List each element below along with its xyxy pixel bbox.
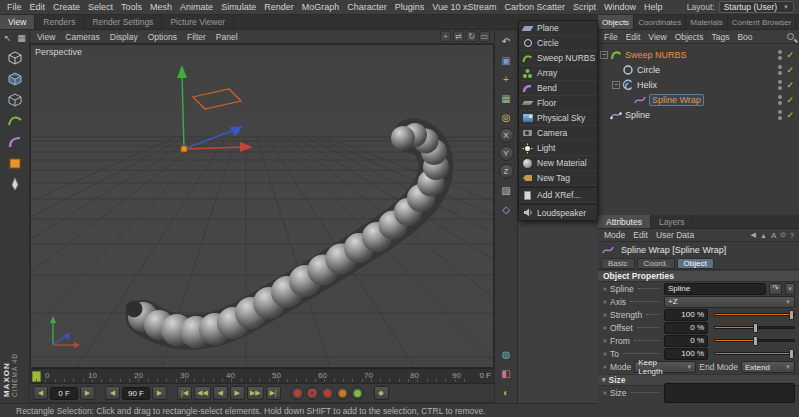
up-icon[interactable]: ▲ [760,232,767,239]
om-menu-view[interactable]: View [644,32,670,42]
menu-simulate[interactable]: Simulate [217,2,260,12]
menu-select[interactable]: Select [84,2,117,12]
offset-slider[interactable] [714,326,795,329]
om-menu-file[interactable]: File [600,32,622,42]
viewport-menu-panel[interactable]: Panel [211,32,243,42]
collapse-icon[interactable]: − [612,81,620,89]
tree-row-spline[interactable]: Spline ✓ [598,107,799,122]
texture-mode-icon[interactable]: ▨ [498,182,515,198]
cube-primitive-icon[interactable] [4,68,26,89]
search-icon[interactable] [787,33,794,40]
animation-dot[interactable] [603,365,607,369]
menu-item-floor[interactable]: Floor [519,96,597,111]
am-menu-user-data[interactable]: User Data [652,230,698,240]
pick-object-icon[interactable]: ↷ [769,283,782,295]
help-icon[interactable]: ? [790,232,794,239]
record-position-button[interactable] [321,387,334,400]
viewport-canvas[interactable] [31,45,494,368]
menu-help[interactable]: Help [640,2,667,12]
previous-key-button[interactable]: ◀◀ [194,386,211,400]
strength-slider[interactable] [714,313,795,316]
axis-gizmo[interactable] [177,65,253,152]
sweep-nurbs-coil-object[interactable] [126,123,450,348]
menu-item-bend[interactable]: Bend [519,81,597,96]
enabled-check-icon[interactable]: ✓ [786,50,794,60]
autokey-button[interactable] [306,387,319,400]
end-dec-button[interactable]: ◀ [105,386,120,400]
visibility-dots[interactable] [778,80,782,90]
frame-dec-button[interactable]: ◀ [33,386,48,400]
menu-item-light[interactable]: Light [519,141,597,156]
lock-icon[interactable]: ⊙ [780,231,786,239]
animation-dot[interactable] [603,300,607,304]
menu-item-add-xref[interactable]: Add XRef... [519,188,597,203]
y-axis-lock-button[interactable]: Y [499,146,514,161]
menu-tools[interactable]: Tools [117,2,146,12]
tab-attributes[interactable]: Attributes [598,215,651,228]
tree-row-circle[interactable]: Circle ✓ [598,62,799,77]
convert-object-icon[interactable] [4,47,26,68]
move-view-icon[interactable]: + [440,31,451,42]
record-parameter-button[interactable] [336,387,349,400]
deformer-object-icon[interactable] [4,131,26,152]
viewport-menu-options[interactable]: Options [143,32,182,42]
am-menu-mode[interactable]: Mode [600,230,629,240]
visibility-dots[interactable] [778,110,782,120]
menu-item-new-material[interactable]: New Material [519,156,597,171]
om-menu-tags[interactable]: Tags [707,32,733,42]
menu-item-circle[interactable]: Circle [519,36,597,51]
keyframe-options-button[interactable]: ◆ [374,386,389,400]
animation-dot[interactable] [603,352,607,356]
size-spline-field[interactable] [664,383,795,403]
from-slider[interactable] [714,339,795,342]
subtab-basic[interactable]: Basic [601,258,635,269]
tab-layers[interactable]: Layers [651,215,694,228]
frame-selection-icon[interactable]: ▣ [498,52,515,68]
rotate-view-icon[interactable]: ↻ [466,31,477,42]
history-back-icon[interactable]: ◀ [751,231,756,239]
add-object-icon[interactable]: + [498,71,515,87]
animation-dot[interactable] [603,287,607,291]
menu-edit[interactable]: Edit [26,2,50,12]
link-options-icon[interactable]: ▼ [785,283,795,295]
current-frame-field[interactable]: 0 F [50,387,78,400]
animation-dot[interactable] [603,313,607,317]
end-mode-dropdown[interactable]: Extend▼ [741,361,795,373]
tree-row-sweep-nurbs[interactable]: − Sweep NURBS ✓ [598,47,799,62]
visibility-dots[interactable] [778,95,782,105]
om-menu-edit[interactable]: Edit [622,32,645,42]
spline-link-field[interactable]: Spline [664,283,766,295]
tab-render-settings[interactable]: Render Settings [84,15,162,29]
object-properties-header[interactable]: Object Properties [598,270,799,282]
tab-materials[interactable]: Materials [686,15,727,29]
snap-icon[interactable]: ◎ [498,109,515,125]
undo-icon[interactable]: ↶ [498,33,515,49]
collapse-icon[interactable]: − [600,51,608,59]
enabled-check-icon[interactable]: ✓ [786,95,794,105]
pointer-icon[interactable]: ↖ [2,32,14,44]
layout-select[interactable]: Startup (User) ▼ [719,1,794,13]
animation-dot[interactable] [603,391,607,395]
animation-dot[interactable] [603,326,607,330]
visibility-dots[interactable] [778,50,782,60]
tab-coordinates[interactable]: Coordinates [634,15,686,29]
tab-content-browser[interactable]: Content Browser [728,15,797,29]
menu-item-loudspeaker[interactable]: Loudspeaker [519,205,597,220]
text-icon[interactable]: A [771,231,776,240]
from-field[interactable]: 0 % [664,335,708,347]
axis-mode-icon[interactable]: ◇ [498,201,515,217]
tab-picture-viewer[interactable]: Picture Viewer [162,15,234,29]
next-key-button[interactable]: ▶▶ [247,386,264,400]
modeling-object-icon[interactable] [4,89,26,110]
tab-renders[interactable]: Renders [35,15,84,29]
am-menu-edit[interactable]: Edit [629,230,652,240]
x-axis-lock-button[interactable]: X [499,128,514,143]
menu-render[interactable]: Render [260,2,298,12]
menu-item-physical-sky[interactable]: Physical Sky [519,111,597,126]
grid-snap-icon[interactable]: ▦ [16,32,28,44]
subtab-coord[interactable]: Coord. [637,258,675,269]
om-menu-bookmarks[interactable]: Boo [733,32,756,42]
frame-inc-button[interactable]: ▶ [80,386,95,400]
play-button[interactable]: ▶ [230,386,245,400]
animation-dot[interactable] [603,339,607,343]
